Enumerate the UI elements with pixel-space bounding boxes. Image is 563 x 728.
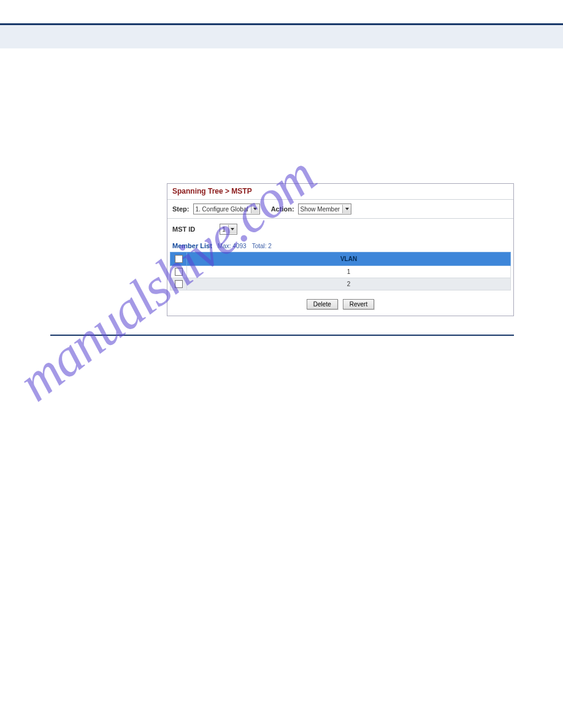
select-all-header[interactable] — [170, 252, 187, 266]
member-list-title: Member List — [172, 242, 212, 249]
breadcrumb: Spanning Tree > MSTP — [167, 184, 513, 200]
top-band — [0, 25, 563, 48]
delete-button[interactable]: Delete — [307, 299, 338, 309]
step-select-value: 1. Configure Global — [196, 206, 251, 213]
revert-button[interactable]: Revert — [343, 299, 374, 309]
vlan-cell: 2 — [187, 278, 511, 290]
checkbox-icon[interactable] — [175, 268, 183, 276]
chevron-down-icon — [228, 225, 237, 233]
table-row: 1 — [170, 266, 511, 278]
chevron-down-icon — [251, 205, 259, 213]
vlan-cell: 1 — [187, 266, 511, 278]
mstp-panel: Spanning Tree > MSTP Step: 1. Configure … — [167, 183, 514, 316]
action-label: Action: — [271, 205, 294, 213]
member-list-header: Member List Max: 4093 Total: 2 — [167, 241, 513, 252]
member-list-max: Max: 4093 — [218, 243, 247, 249]
mst-id-value: 1 — [222, 226, 228, 233]
chevron-down-icon — [342, 205, 351, 213]
vlan-header: VLAN — [187, 252, 511, 266]
step-select[interactable]: 1. Configure Global — [193, 203, 260, 214]
checkbox-icon[interactable] — [175, 255, 183, 263]
member-table: VLAN 1 2 — [170, 252, 511, 290]
mst-id-label: MST ID — [172, 226, 195, 233]
table-row: 2 — [170, 278, 511, 290]
row-checkbox-cell[interactable] — [170, 266, 187, 278]
section-divider — [50, 335, 514, 336]
mst-id-select[interactable]: 1 — [220, 224, 237, 235]
mst-row: MST ID 1 — [167, 219, 513, 241]
step-label: Step: — [172, 205, 190, 213]
action-select-value: Show Member — [301, 206, 342, 213]
controls-row: Step: 1. Configure Global Action: Show M… — [167, 200, 513, 219]
action-select[interactable]: Show Member — [298, 203, 351, 214]
member-list-total: Total: 2 — [252, 243, 272, 249]
row-checkbox-cell[interactable] — [170, 278, 187, 290]
checkbox-icon[interactable] — [175, 280, 183, 288]
button-row: Delete Revert — [167, 295, 513, 316]
